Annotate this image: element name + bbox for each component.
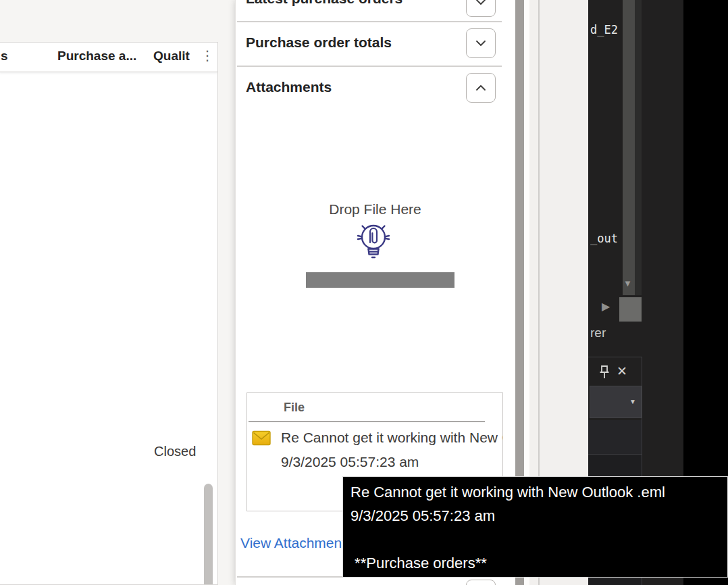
editor-minimap-strip — [635, 0, 642, 295]
section-title-latest-purchase-orders: Latest purchase orders — [246, 0, 402, 7]
upload-progress-bar — [306, 272, 454, 288]
grid-column-quality[interactable]: Qualit — [153, 49, 190, 63]
email-file-icon — [252, 429, 271, 447]
screen: d_E2 _out ▼ ▶ rer ✕ ▼ s Purchase a... Qu… — [0, 0, 728, 585]
lightbulb-paperclip-icon[interactable] — [351, 219, 396, 264]
chevron-down-icon — [474, 0, 488, 9]
chevron-down-icon — [474, 36, 488, 50]
tool-window-dropdown[interactable]: ▼ — [590, 386, 642, 418]
left-panel-scrollbar-thumb[interactable] — [204, 484, 213, 585]
records-grid-panel: s Purchase a... Qualit ⋮ Closed — [0, 42, 218, 585]
section-toggle-latest-purchase-orders[interactable] — [466, 0, 496, 17]
horizontal-scroll-thumb[interactable] — [619, 297, 642, 322]
section-title-attachments: Attachments — [246, 79, 332, 95]
attachment-tooltip: Re Cannot get it working with New Outloo… — [342, 476, 728, 578]
tool-window-title-partial: rer — [590, 326, 606, 340]
section-divider — [237, 66, 502, 67]
grid-column-partial[interactable]: s — [1, 49, 8, 63]
grid-header-row: s Purchase a... Qualit ⋮ — [0, 43, 217, 72]
attachment-file-name[interactable]: Re Cannot get it working with New Outloo… — [281, 430, 502, 446]
section-toggle-partial[interactable] — [466, 580, 496, 585]
tool-window-top-border — [588, 357, 642, 357]
tool-window-row — [588, 420, 642, 455]
tooltip-blank-line — [350, 528, 727, 551]
grid-column-purchase-agreement[interactable]: Purchase a... — [57, 49, 136, 63]
scroll-right-icon[interactable]: ▶ — [602, 300, 610, 313]
scroll-down-icon[interactable]: ▼ — [623, 278, 632, 288]
chevron-up-icon — [474, 81, 488, 95]
table-header-divider — [249, 421, 485, 422]
section-toggle-attachments[interactable] — [466, 73, 496, 103]
dropdown-caret-icon: ▼ — [629, 398, 636, 405]
tooltip-file-name: Re Cannot get it working with New Outloo… — [350, 480, 727, 504]
column-menu-icon[interactable]: ⋮ — [201, 47, 214, 63]
drop-file-label: Drop File Here — [236, 201, 515, 218]
editor-scrollbar-track[interactable] — [623, 0, 635, 295]
tooltip-note: **Purchase orders** — [350, 551, 727, 575]
section-title-purchase-order-totals: Purchase order totals — [246, 34, 392, 51]
section-toggle-purchase-order-totals[interactable] — [466, 28, 496, 58]
grid-cell-status: Closed — [154, 444, 196, 459]
view-attachments-link[interactable]: View Attachments — [240, 535, 353, 551]
pin-icon[interactable] — [598, 365, 611, 380]
section-divider — [237, 21, 502, 22]
tooltip-timestamp: 9/3/2025 05:57:23 am — [350, 504, 727, 528]
editor-text-top: d_E2 — [590, 23, 623, 36]
close-icon[interactable]: ✕ — [617, 363, 627, 379]
file-column-header[interactable]: File — [284, 401, 305, 415]
editor-text-middle: _out — [590, 232, 623, 245]
attachment-timestamp: 9/3/2025 05:57:23 am — [281, 454, 419, 470]
